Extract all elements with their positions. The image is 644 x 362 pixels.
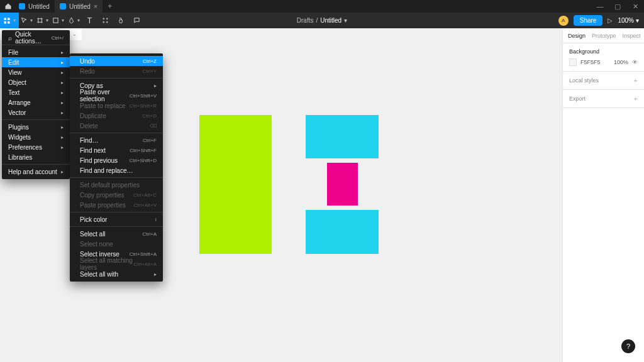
menu-undo[interactable]: UndoCtrl+Z	[70, 56, 163, 66]
frame-tool[interactable]: ▾	[35, 13, 50, 28]
svg-point-5	[103, 18, 104, 19]
eye-icon[interactable]: 👁	[632, 59, 638, 65]
add-tab-button[interactable]: +	[103, 2, 117, 11]
comment-tool[interactable]	[129, 13, 145, 28]
present-button[interactable]: ▷	[608, 17, 613, 24]
add-export-button[interactable]: +	[634, 95, 638, 102]
menu-find-replace[interactable]: Find and replace…	[70, 165, 163, 175]
menu-text[interactable]: Text▸	[2, 87, 70, 97]
background-label: Background	[569, 48, 638, 55]
svg-point-8	[106, 21, 108, 23]
menu-delete: Delete⌫	[70, 121, 163, 131]
zoom-control[interactable]: 100%▾	[618, 17, 639, 24]
menu-find-next[interactable]: Find nextCtrl+Shift+F	[70, 145, 163, 155]
chevron-down-icon: ▾	[13, 18, 16, 23]
tab-label: Untitled	[28, 3, 50, 10]
home-icon[interactable]	[3, 1, 14, 12]
chevron-down-icon: ⌄	[72, 31, 77, 37]
menu-arrange[interactable]: Arrange▸	[2, 97, 70, 107]
menu-select-all-with[interactable]: Select all with▸	[70, 269, 163, 279]
menu-widgets[interactable]: Widgets▸	[2, 132, 70, 142]
bg-swatch[interactable]	[569, 58, 577, 66]
file-icon	[60, 3, 66, 9]
move-tool[interactable]: ▾	[19, 13, 35, 28]
menu-view[interactable]: View▸	[2, 67, 70, 77]
menu-pick-color[interactable]: Pick colorI	[70, 214, 163, 224]
bg-hex[interactable]: F5F5F5	[580, 59, 601, 65]
menu-copy-props: Copy propertiesCtrl+Alt+C	[70, 190, 163, 200]
rectangle-cyan-1[interactable]	[306, 115, 379, 158]
shape-tool[interactable]: ▾	[50, 13, 66, 28]
menu-select-matching: Select all matching layersCtrl+Alt+A	[70, 259, 163, 269]
menu-preferences[interactable]: Preferences▸	[2, 142, 70, 152]
menu-find[interactable]: Find…Ctrl+F	[70, 135, 163, 145]
svg-rect-4	[53, 18, 58, 23]
tab-untitled-1[interactable]: Untitled	[14, 0, 55, 13]
avatar[interactable]: A	[558, 16, 569, 26]
svg-rect-2	[4, 21, 7, 24]
svg-rect-3	[8, 21, 10, 24]
menu-help[interactable]: Help and account▸	[2, 167, 70, 177]
close-icon[interactable]: ×	[94, 3, 97, 10]
resources-tool[interactable]	[97, 13, 113, 28]
text-tool[interactable]: T	[82, 13, 97, 28]
tab-design[interactable]: Design	[568, 33, 586, 39]
tab-label: Untitled	[69, 3, 91, 10]
menu-file[interactable]: File▸	[2, 47, 70, 57]
menu-select-all[interactable]: Select allCtrl+A	[70, 229, 163, 239]
rectangle-green[interactable]	[199, 115, 272, 254]
menu-select-none: Select none	[70, 239, 163, 249]
breadcrumb-doc[interactable]: Untitled	[320, 17, 341, 24]
add-style-button[interactable]: +	[634, 77, 638, 84]
tab-untitled-2[interactable]: Untitled ×	[55, 0, 103, 13]
local-styles-label: Local styles	[569, 77, 599, 84]
svg-point-6	[106, 18, 108, 19]
menu-redo: RedoCtrl+Y	[70, 66, 163, 76]
menu-object[interactable]: Object▸	[2, 77, 70, 87]
chevron-down-icon[interactable]: ▾	[344, 17, 347, 24]
close-window-button[interactable]: ✕	[626, 3, 644, 11]
maximize-button[interactable]: ▢	[609, 3, 626, 11]
svg-rect-1	[8, 18, 10, 20]
hand-tool[interactable]	[113, 13, 129, 28]
menu-edit[interactable]: Edit▸	[2, 57, 70, 67]
right-panel: Design Prototype Inspect Background F5F5…	[562, 28, 644, 362]
breadcrumb-root[interactable]: Drafts	[297, 17, 314, 24]
share-button[interactable]: Share	[574, 15, 603, 26]
tab-prototype[interactable]: Prototype	[592, 33, 616, 39]
menu-find-prev[interactable]: Find previousCtrl+Shift+D	[70, 155, 163, 165]
menu-quick-actions[interactable]: ⌕Quick actions… Ctrl+/	[2, 33, 70, 43]
main-menu-button[interactable]: ▾	[0, 13, 19, 28]
bg-opacity[interactable]: 100%	[614, 59, 628, 65]
main-menu: ⌕Quick actions… Ctrl+/ File▸ Edit▸ View▸…	[2, 30, 70, 179]
search-icon: ⌕	[8, 35, 12, 41]
pen-tool[interactable]: ▾	[66, 13, 82, 28]
svg-rect-0	[4, 18, 7, 20]
menu-vector[interactable]: Vector▸	[2, 107, 70, 118]
menu-plugins[interactable]: Plugins▸	[2, 122, 70, 132]
menu-paste-over[interactable]: Paste over selectionCtrl+Shift+V	[70, 90, 163, 101]
file-icon	[19, 3, 25, 9]
rectangle-magenta[interactable]	[327, 163, 358, 206]
menu-paste-props: Paste propertiesCtrl+Alt+V	[70, 200, 163, 210]
minimize-button[interactable]: —	[591, 3, 609, 10]
tab-inspect[interactable]: Inspect	[623, 33, 641, 39]
menu-paste-replace: Paste to replaceCtrl+Shift+R	[70, 101, 163, 111]
menu-duplicate: DuplicateCtrl+D	[70, 111, 163, 121]
breadcrumb-sep: /	[316, 17, 318, 24]
menu-libraries[interactable]: Libraries	[2, 152, 70, 162]
submenu-edit: UndoCtrl+Z RedoCtrl+Y Copy as▸ Paste ove…	[70, 53, 163, 282]
menu-set-default: Set default properties	[70, 180, 163, 190]
rectangle-cyan-2[interactable]	[306, 210, 379, 254]
svg-point-7	[103, 21, 104, 23]
export-label: Export	[569, 96, 586, 102]
help-fab[interactable]: ?	[621, 339, 635, 353]
